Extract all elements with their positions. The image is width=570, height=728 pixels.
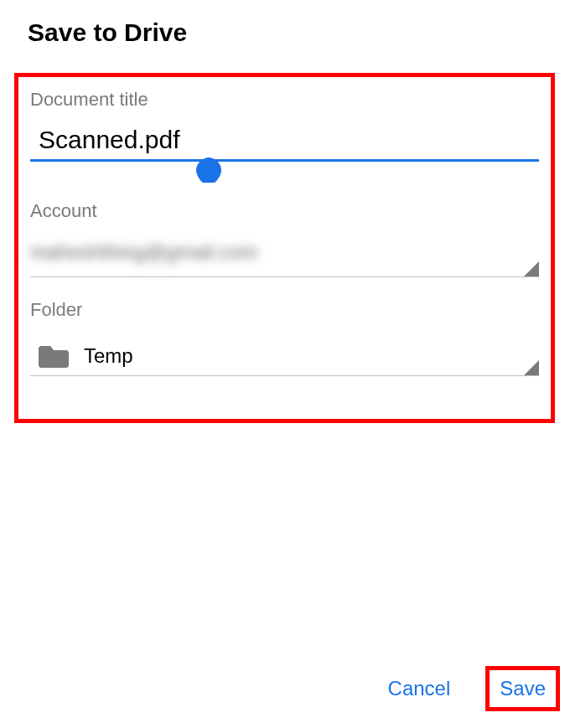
save-button[interactable]: Save [500, 677, 546, 700]
folder-section: Folder Temp [30, 299, 539, 376]
account-section: Account maheshthing@gmail.com [30, 200, 539, 277]
folder-label: Folder [30, 299, 539, 321]
folder-icon [39, 343, 69, 369]
document-title-label: Document title [30, 89, 539, 111]
dropdown-corner-icon [524, 360, 539, 375]
dropdown-corner-icon [524, 261, 539, 276]
page-title: Save to Drive [0, 0, 570, 47]
button-bar: Cancel Save [383, 666, 560, 711]
document-title-section: Document title [30, 89, 539, 162]
folder-selector[interactable]: Temp [30, 336, 539, 376]
account-label: Account [30, 200, 539, 222]
form-highlight-box: Document title Account maheshthing@gmail… [14, 73, 555, 423]
save-button-highlight: Save [485, 666, 560, 711]
cancel-button[interactable]: Cancel [383, 667, 456, 710]
svg-point-0 [198, 161, 220, 183]
account-value: maheshthing@gmail.com [30, 240, 298, 266]
document-title-input-wrap [30, 126, 539, 162]
folder-value: Temp [84, 344, 133, 368]
document-title-input[interactable] [30, 126, 539, 162]
account-selector[interactable]: maheshthing@gmail.com [30, 237, 539, 277]
